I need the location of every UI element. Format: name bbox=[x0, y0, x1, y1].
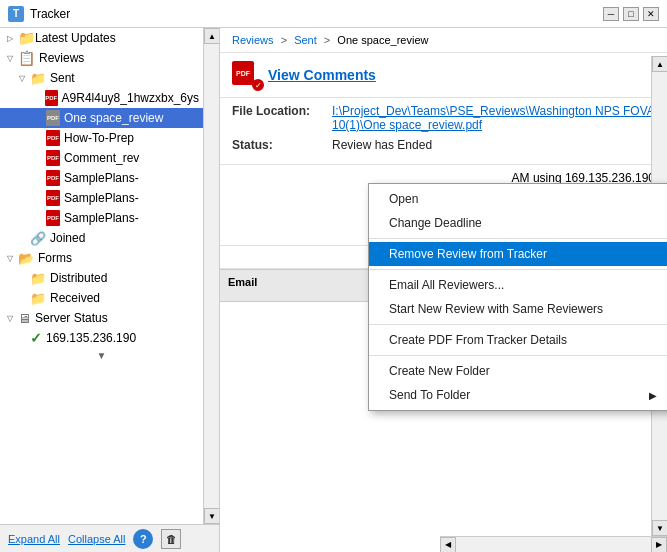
view-comments-link[interactable]: View Comments bbox=[268, 67, 376, 83]
menu-item-create-pdf[interactable]: Create PDF From Tracker Details bbox=[369, 328, 667, 352]
check-icon: ✓ bbox=[30, 330, 42, 346]
delete-button[interactable]: 🗑 bbox=[161, 529, 181, 549]
title-bar-title: Tracker bbox=[30, 7, 70, 21]
scroll-down-indicator: ▼ bbox=[0, 348, 203, 363]
sidebar-label: SamplePlans- bbox=[64, 171, 139, 185]
file-location-value[interactable]: I:\Project_Dev\Teams\PSE_Reviews\Washing… bbox=[332, 104, 655, 132]
sidebar-label: Distributed bbox=[50, 271, 107, 285]
pdf-icon: PDF bbox=[46, 170, 60, 186]
scroll-track bbox=[204, 44, 219, 508]
pdf-icon: PDF bbox=[45, 90, 58, 106]
sidebar-item-sampleplans2[interactable]: ▷ PDF SamplePlans- bbox=[0, 188, 203, 208]
menu-separator-1 bbox=[369, 238, 667, 239]
sent-icon: 📁 bbox=[30, 71, 46, 86]
sidebar-item-distributed[interactable]: ▷ 📁 Distributed bbox=[0, 268, 203, 288]
file-location-row: File Location: I:\Project_Dev\Teams\PSE_… bbox=[232, 104, 655, 132]
sidebar-item-server-status[interactable]: ▽ 🖥 Server Status bbox=[0, 308, 203, 328]
sidebar-item-how-to[interactable]: ▷ PDF How-To-Prep bbox=[0, 128, 203, 148]
sidebar-item-forms[interactable]: ▽ 📂 Forms bbox=[0, 248, 203, 268]
menu-item-create-folder[interactable]: Create New Folder bbox=[369, 359, 667, 383]
review-icon-container: PDF ✓ bbox=[232, 61, 260, 89]
expand-icon: ▽ bbox=[4, 312, 16, 324]
file-location-label: File Location: bbox=[232, 104, 332, 118]
sidebar-label: Reviews bbox=[39, 51, 84, 65]
sidebar-label: Server Status bbox=[35, 311, 108, 325]
folder-icon: 📁 bbox=[18, 30, 35, 46]
status-label: Status: bbox=[232, 138, 332, 152]
close-button[interactable]: ✕ bbox=[643, 7, 659, 21]
menu-separator-2 bbox=[369, 269, 667, 270]
sidebar-label: A9R4l4uy8_1hwzxbx_6ys bbox=[62, 91, 199, 105]
server-icon: 🖥 bbox=[18, 311, 31, 326]
expand-icon: ▽ bbox=[4, 52, 16, 64]
sidebar-label: SamplePlans- bbox=[64, 191, 139, 205]
pdf-icon: PDF bbox=[46, 130, 60, 146]
context-menu: Open Change Deadline Remove Review from … bbox=[368, 183, 667, 411]
sidebar-item-a9r4[interactable]: ▷ PDF A9R4l4uy8_1hwzxbx_6ys bbox=[0, 88, 203, 108]
content-h-scrollbar: ◀ ▶ bbox=[440, 536, 667, 552]
v-scroll-down[interactable]: ▼ bbox=[652, 520, 667, 536]
sidebar-label: One space_review bbox=[64, 111, 163, 125]
status-row: Status: Review has Ended bbox=[232, 138, 655, 152]
sidebar-label: How-To-Prep bbox=[64, 131, 134, 145]
review-badge: ✓ bbox=[252, 79, 264, 91]
expand-icon: ▷ bbox=[4, 32, 16, 44]
sidebar-item-comment-rev[interactable]: ▷ PDF Comment_rev bbox=[0, 148, 203, 168]
sidebar-item-server-ip[interactable]: ▷ ✓ 169.135.236.190 bbox=[0, 328, 203, 348]
sidebar-item-sampleplans3[interactable]: ▷ PDF SamplePlans- bbox=[0, 208, 203, 228]
sidebar-item-sent[interactable]: ▽ 📁 Sent bbox=[0, 68, 203, 88]
sidebar-label: Comment_rev bbox=[64, 151, 139, 165]
scroll-down-arrow[interactable]: ▼ bbox=[204, 508, 220, 524]
sidebar-label: Sent bbox=[50, 71, 75, 85]
pdf-icon: PDF bbox=[46, 150, 60, 166]
sidebar-label: Joined bbox=[50, 231, 85, 245]
menu-item-open[interactable]: Open bbox=[369, 187, 667, 211]
maximize-button[interactable]: □ bbox=[623, 7, 639, 21]
pdf-icon: PDF bbox=[46, 110, 60, 126]
v-scroll-up[interactable]: ▲ bbox=[652, 56, 667, 72]
joined-icon: 🔗 bbox=[30, 231, 46, 246]
menu-item-remove-review[interactable]: Remove Review from Tracker bbox=[369, 242, 667, 266]
menu-item-change-deadline[interactable]: Change Deadline bbox=[369, 211, 667, 235]
sidebar-item-reviews[interactable]: ▽ 📋 Reviews bbox=[0, 48, 203, 68]
menu-item-email-reviewers[interactable]: Email All Reviewers... bbox=[369, 273, 667, 297]
file-info-section: File Location: I:\Project_Dev\Teams\PSE_… bbox=[220, 98, 667, 165]
breadcrumb: Reviews > Sent > One space_review bbox=[220, 28, 667, 53]
sidebar-label: Latest Updates bbox=[35, 31, 116, 45]
menu-separator-4 bbox=[369, 355, 667, 356]
help-button[interactable]: ? bbox=[133, 529, 153, 549]
sidebar-item-joined[interactable]: ▷ 🔗 Joined bbox=[0, 228, 203, 248]
sidebar-item-one-space[interactable]: ▷ PDF One space_review bbox=[0, 108, 203, 128]
distributed-icon: 📁 bbox=[30, 271, 46, 286]
review-header: PDF ✓ View Comments bbox=[220, 53, 667, 98]
scroll-up-arrow[interactable]: ▲ bbox=[204, 28, 220, 44]
bottom-toolbar: Expand All Collapse All ? 🗑 bbox=[0, 524, 220, 552]
minimize-button[interactable]: ─ bbox=[603, 7, 619, 21]
sidebar: ▷ 📁 Latest Updates ▽ 📋 Reviews ▽ 📁 Sent … bbox=[0, 28, 220, 552]
sidebar-scrollbar: ▲ ▼ bbox=[203, 28, 219, 524]
sidebar-item-received[interactable]: ▷ 📁 Received bbox=[0, 288, 203, 308]
status-value: Review has Ended bbox=[332, 138, 655, 152]
h-scroll-track bbox=[456, 537, 651, 553]
pdf-review-icon: PDF bbox=[232, 61, 254, 85]
reviews-icon: 📋 bbox=[18, 50, 35, 66]
breadcrumb-reviews[interactable]: Reviews bbox=[232, 34, 274, 46]
title-bar-controls[interactable]: ─ □ ✕ bbox=[603, 7, 659, 21]
h-scroll-right[interactable]: ▶ bbox=[651, 537, 667, 553]
sidebar-label: Forms bbox=[38, 251, 72, 265]
menu-item-send-to-folder[interactable]: Send To Folder ▶ bbox=[369, 383, 667, 407]
pdf-icon: PDF bbox=[46, 210, 60, 226]
menu-separator-3 bbox=[369, 324, 667, 325]
menu-item-start-new-review[interactable]: Start New Review with Same Reviewers bbox=[369, 297, 667, 321]
pdf-icon: PDF bbox=[46, 190, 60, 206]
sidebar-label: SamplePlans- bbox=[64, 211, 139, 225]
sidebar-item-latest-updates[interactable]: ▷ 📁 Latest Updates bbox=[0, 28, 203, 48]
submenu-arrow: ▶ bbox=[649, 390, 657, 401]
sidebar-item-sampleplans1[interactable]: ▷ PDF SamplePlans- bbox=[0, 168, 203, 188]
breadcrumb-sent[interactable]: Sent bbox=[294, 34, 317, 46]
collapse-all-button[interactable]: Collapse All bbox=[68, 533, 125, 545]
h-scroll-left[interactable]: ◀ bbox=[440, 537, 456, 553]
forms-icon: 📂 bbox=[18, 251, 34, 266]
title-bar: T Tracker ─ □ ✕ bbox=[0, 0, 667, 28]
expand-all-button[interactable]: Expand All bbox=[8, 533, 60, 545]
